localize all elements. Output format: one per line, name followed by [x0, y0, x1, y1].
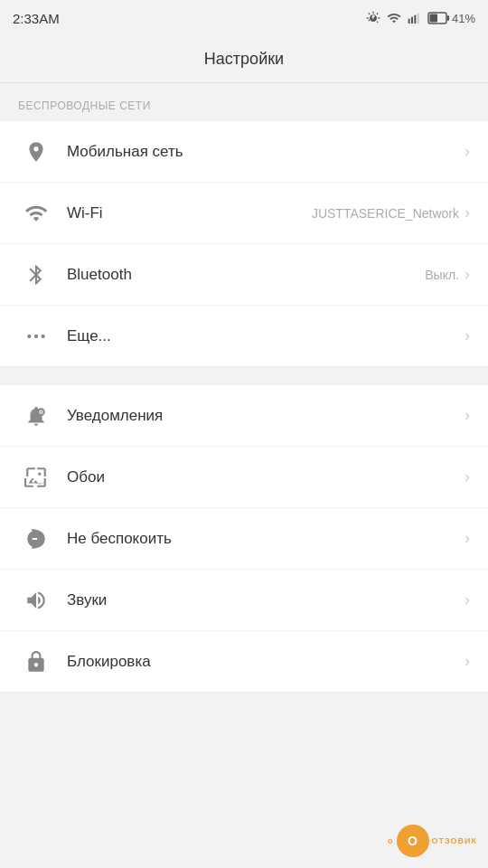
app-header: Настройки — [0, 36, 488, 83]
do-not-disturb-right: › — [465, 529, 470, 548]
wallpaper-icon-container — [18, 466, 54, 489]
sounds-label: Звуки — [67, 591, 107, 609]
wifi-icon-container — [18, 202, 54, 225]
notifications-chevron: › — [465, 406, 470, 425]
wireless-section-label: БЕСПРОВОДНЫЕ СЕТИ — [0, 83, 488, 121]
watermark-label: ОТЗОВИК — [432, 836, 477, 845]
do-not-disturb-label: Не беспокоить — [67, 530, 172, 548]
bluetooth-chevron: › — [465, 265, 470, 284]
alarm-icon — [366, 11, 380, 25]
wallpaper-chevron: › — [465, 467, 470, 486]
do-not-disturb-chevron: › — [465, 529, 470, 548]
lock-chevron: › — [465, 652, 470, 671]
bluetooth-right: Выкл. › — [425, 265, 470, 284]
mobile-network-chevron: › — [465, 142, 470, 161]
sounds-icon — [24, 589, 48, 612]
svg-rect-6 — [429, 14, 437, 23]
notifications-icon — [24, 404, 48, 428]
wireless-section: БЕСПРОВОДНЫЕ СЕТИ Мобильная сеть › — [0, 83, 488, 367]
do-not-disturb-icon — [24, 527, 48, 551]
mobile-network-right: › — [465, 142, 470, 161]
sounds-icon-container — [18, 589, 54, 612]
bluetooth-content: Bluetooth Выкл. › — [67, 265, 470, 284]
lock-content: Блокировка › — [67, 652, 470, 671]
mobile-network-label: Мобильная сеть — [67, 143, 183, 161]
more-right: › — [465, 326, 470, 345]
svg-point-9 — [41, 334, 44, 337]
mobile-network-icon-container — [18, 140, 54, 164]
more-chevron: › — [465, 326, 470, 345]
bluetooth-icon — [24, 263, 48, 287]
more-icon-container — [18, 325, 54, 348]
bluetooth-item[interactable]: Bluetooth Выкл. › — [0, 244, 488, 306]
wifi-icon — [24, 202, 48, 225]
other-settings-list: Уведомления › Обои › — [0, 385, 488, 693]
svg-rect-1 — [411, 17, 413, 24]
section-gap — [0, 367, 488, 385]
svg-point-12 — [40, 410, 42, 412]
bluetooth-label: Bluetooth — [67, 266, 132, 284]
battery-icon: 41% — [427, 12, 475, 25]
wallpaper-right: › — [465, 467, 470, 486]
notifications-icon-container — [18, 404, 54, 428]
more-label: Еще... — [67, 327, 111, 345]
signal-icon — [408, 11, 422, 25]
battery-percent: 41% — [452, 12, 475, 25]
svg-point-7 — [27, 334, 31, 337]
wifi-item[interactable]: Wi-Fi JUSTTASERICE_Network › — [0, 183, 488, 244]
svg-rect-0 — [408, 19, 410, 24]
mobile-network-item[interactable]: Мобильная сеть › — [0, 121, 488, 183]
mobile-network-icon — [24, 140, 48, 164]
wifi-label: Wi-Fi — [67, 204, 103, 222]
lock-icon — [24, 650, 48, 674]
lock-label: Блокировка — [67, 653, 151, 671]
status-wifi-icon — [386, 11, 402, 25]
do-not-disturb-content: Не беспокоить › — [67, 529, 470, 548]
watermark: о О ОТЗОВИК — [388, 825, 477, 857]
lock-icon-container — [18, 650, 54, 674]
notifications-right: › — [465, 406, 470, 425]
do-not-disturb-icon-container — [18, 527, 54, 551]
wallpaper-icon — [24, 466, 48, 489]
sounds-right: › — [465, 590, 470, 609]
wallpaper-label: Обои — [67, 468, 105, 486]
svg-rect-3 — [418, 14, 419, 24]
status-icons: 41% — [366, 11, 475, 25]
watermark-o: О — [408, 834, 418, 848]
other-section: Уведомления › Обои › — [0, 385, 488, 693]
watermark-circle: О — [397, 825, 429, 857]
wifi-value: JUSTTASERICE_Network — [312, 206, 459, 221]
sounds-item[interactable]: Звуки › — [0, 570, 488, 631]
lock-right: › — [465, 652, 470, 671]
wifi-chevron: › — [465, 203, 470, 222]
svg-rect-5 — [447, 15, 449, 21]
svg-rect-2 — [414, 15, 416, 24]
sounds-chevron: › — [465, 590, 470, 609]
more-content: Еще... › — [67, 326, 470, 345]
wifi-content: Wi-Fi JUSTTASERICE_Network › — [67, 203, 470, 222]
mobile-network-content: Мобильная сеть › — [67, 142, 470, 161]
watermark-text: о — [388, 836, 394, 845]
notifications-content: Уведомления › — [67, 406, 470, 425]
wifi-right: JUSTTASERICE_Network › — [312, 203, 470, 222]
bluetooth-icon-container — [18, 263, 54, 287]
status-time: 2:33AM — [13, 11, 60, 26]
svg-point-8 — [34, 334, 38, 337]
bluetooth-value: Выкл. — [425, 268, 459, 282]
sounds-content: Звуки › — [67, 590, 470, 609]
notifications-item[interactable]: Уведомления › — [0, 385, 488, 447]
page-title: Настройки — [204, 50, 284, 69]
more-icon — [24, 325, 48, 348]
wallpaper-content: Обои › — [67, 467, 470, 486]
notifications-label: Уведомления — [67, 407, 163, 425]
do-not-disturb-item[interactable]: Не беспокоить › — [0, 508, 488, 570]
more-item[interactable]: Еще... › — [0, 306, 488, 367]
lock-item[interactable]: Блокировка › — [0, 631, 488, 693]
status-bar: 2:33AM 41% — [0, 0, 488, 36]
wireless-settings-list: Мобильная сеть › Wi-Fi JUSTTASERICE_Netw… — [0, 121, 488, 367]
wallpaper-item[interactable]: Обои › — [0, 447, 488, 508]
